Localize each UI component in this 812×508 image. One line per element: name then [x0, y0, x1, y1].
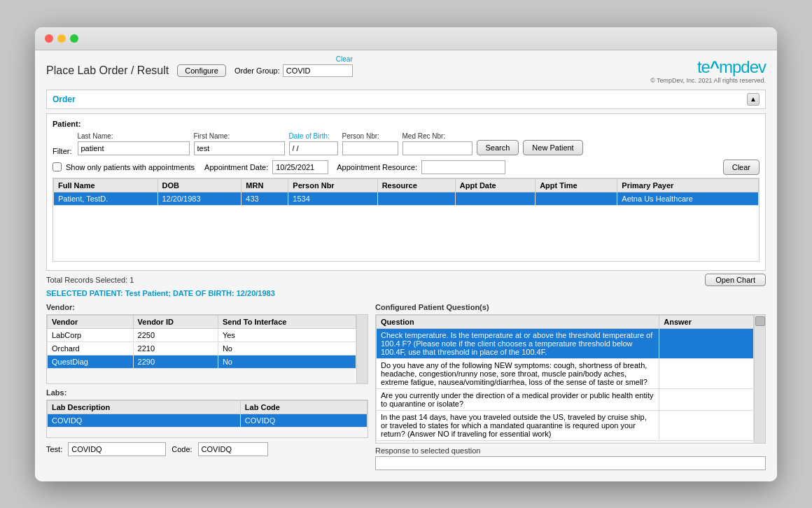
labs-row[interactable]: COVIDQ COVIDQ: [48, 414, 368, 427]
q-cell-answer: [659, 328, 754, 358]
question-row[interactable]: Check temperature. Is the temperature at…: [377, 328, 754, 358]
order-section-title: Order: [52, 94, 76, 104]
vendor-cell-id: 2250: [133, 328, 218, 341]
dob-label: Date of Birth:: [289, 132, 338, 140]
minimize-button[interactable]: [57, 34, 66, 43]
vendor-cell-send: No: [218, 341, 356, 355]
main-window: Place Lab Order / Result Configure Order…: [35, 27, 777, 481]
search-button[interactable]: Search: [477, 140, 519, 155]
logo: te^mpdev: [650, 57, 766, 77]
labs-section: Labs: Lab Description Lab Code: [46, 388, 368, 438]
dob-field: Date of Birth:: [289, 132, 338, 155]
q-cell-question: Are you currently under the direction of…: [377, 388, 659, 410]
labs-col-code: Lab Code: [240, 400, 367, 414]
table-row[interactable]: Patient, TestD. 12/20/1983 433 1534 Aetn…: [54, 192, 759, 205]
configure-button[interactable]: Configure: [177, 64, 226, 77]
cell-resource: [377, 192, 455, 205]
vendor-col-send: Send To Interface: [218, 315, 356, 328]
cell-person-nbr: 1534: [288, 192, 377, 205]
vendor-panel: Vendor: Vendor Vendor ID Send To Interfa…: [46, 303, 368, 470]
col-person-nbr: Person Nbr: [288, 178, 377, 192]
first-name-field: First Name:: [194, 132, 285, 155]
close-button[interactable]: [45, 34, 53, 43]
col-primary-payer: Primary Payer: [617, 178, 759, 192]
collapse-button[interactable]: ▲: [747, 93, 760, 106]
q-cell-answer: [659, 410, 754, 440]
patient-section: Patient: Filter: Last Name: First Name: …: [46, 113, 766, 271]
labs-cell-code: COVIDQ: [240, 414, 367, 427]
appt-resource-input[interactable]: [421, 160, 505, 174]
q-cell-question: Check temperature. Is the temperature at…: [377, 328, 659, 358]
patient-table: Full Name DOB MRN Person Nbr Resource Ap…: [53, 178, 759, 206]
vendor-cell-send: Yes: [218, 328, 356, 341]
cell-full-name: Patient, TestD.: [54, 192, 158, 205]
questions-title: Configured Patient Question(s): [375, 303, 766, 311]
test-input[interactable]: [68, 442, 166, 456]
q-cell-answer: [659, 388, 754, 410]
col-appt-date: Appt Date: [455, 178, 535, 192]
vendor-row[interactable]: Orchard 2210 No: [48, 341, 356, 355]
order-group-input[interactable]: [283, 64, 353, 77]
vendor-col-id: Vendor ID: [133, 315, 218, 328]
vendor-row[interactable]: LabCorp 2250 Yes: [48, 328, 356, 341]
filter-label: Filter:: [52, 147, 72, 155]
question-row[interactable]: Are you currently under the direction of…: [377, 388, 754, 410]
vendor-col-vendor: Vendor: [48, 315, 134, 328]
show-only-checkbox[interactable]: [52, 162, 62, 171]
new-patient-button[interactable]: New Patient: [523, 140, 582, 155]
person-nbr-input[interactable]: [342, 141, 398, 155]
bottom-panels: Vendor: Vendor Vendor ID Send To Interfa…: [46, 303, 766, 470]
clear-top-link[interactable]: Clear: [336, 55, 353, 63]
vendor-cell-name: LabCorp: [48, 328, 134, 341]
header-row: Place Lab Order / Result Configure Order…: [46, 57, 766, 84]
first-name-input[interactable]: [194, 141, 285, 155]
traffic-lights: [45, 34, 78, 43]
cell-primary-payer: Aetna Us Healthcare: [617, 192, 759, 205]
code-input[interactable]: [198, 442, 268, 456]
appt-date-label: Appointment Date:: [204, 163, 268, 171]
vendor-cell-id: 2290: [133, 355, 218, 368]
col-mrn: MRN: [241, 178, 288, 192]
response-input[interactable]: [375, 456, 766, 470]
questions-table: Question Answer Check temperature. Is th…: [376, 315, 754, 441]
filter-row-2: Show only patients with appointments App…: [52, 160, 760, 175]
filter-row-1: Filter: Last Name: First Name: Date of B…: [52, 132, 760, 155]
col-dob: DOB: [158, 178, 241, 192]
last-name-field: Last Name:: [78, 132, 190, 155]
vendor-cell-id: 2210: [133, 341, 218, 355]
show-only-label: Show only patients with appointments: [66, 163, 195, 171]
vendor-cell-name: QuestDiag: [48, 355, 134, 368]
titlebar: [35, 27, 777, 50]
last-name-label: Last Name:: [78, 132, 190, 140]
cell-appt-date: [455, 192, 535, 205]
patient-table-container: Full Name DOB MRN Person Nbr Resource Ap…: [52, 178, 760, 262]
test-row: Test: Code:: [46, 442, 368, 456]
med-rec-label: Med Rec Nbr:: [402, 132, 472, 140]
status-row: Total Records Selected: 1 Open Chart: [46, 274, 766, 286]
vendor-scrollbar[interactable]: [356, 315, 368, 383]
vendor-title: Vendor:: [46, 303, 368, 311]
appt-date-input[interactable]: [272, 160, 328, 174]
response-label: Response to selected question: [375, 446, 766, 455]
questions-panel: Configured Patient Question(s) Question …: [375, 303, 766, 470]
logo-copyright: © TempDev, Inc. 2021 All rights reserved…: [650, 77, 766, 84]
questions-scrollbar[interactable]: [754, 315, 765, 443]
dob-input[interactable]: [289, 141, 338, 155]
last-name-input[interactable]: [78, 141, 190, 155]
open-chart-button[interactable]: Open Chart: [705, 274, 766, 286]
cell-mrn: 433: [241, 192, 288, 205]
order-group-label: Order Group:: [234, 66, 280, 75]
collapse-icon: ▲: [750, 95, 757, 103]
maximize-button[interactable]: [70, 34, 78, 43]
question-row[interactable]: In the past 14 days, have you traveled o…: [377, 410, 754, 440]
clear-button[interactable]: Clear: [723, 160, 760, 175]
labs-title: Labs:: [46, 388, 368, 397]
order-section-header: Order ▲: [46, 90, 766, 109]
col-resource: Resource: [377, 178, 455, 192]
q-cell-question: In the past 14 days, have you traveled o…: [377, 410, 659, 440]
med-rec-input[interactable]: [402, 141, 472, 155]
question-row[interactable]: Do you have any of the following NEW sym…: [377, 358, 754, 388]
main-content: Place Lab Order / Result Configure Order…: [35, 50, 777, 481]
vendor-row[interactable]: QuestDiag 2290 No: [48, 355, 356, 368]
med-rec-field: Med Rec Nbr:: [402, 132, 472, 155]
